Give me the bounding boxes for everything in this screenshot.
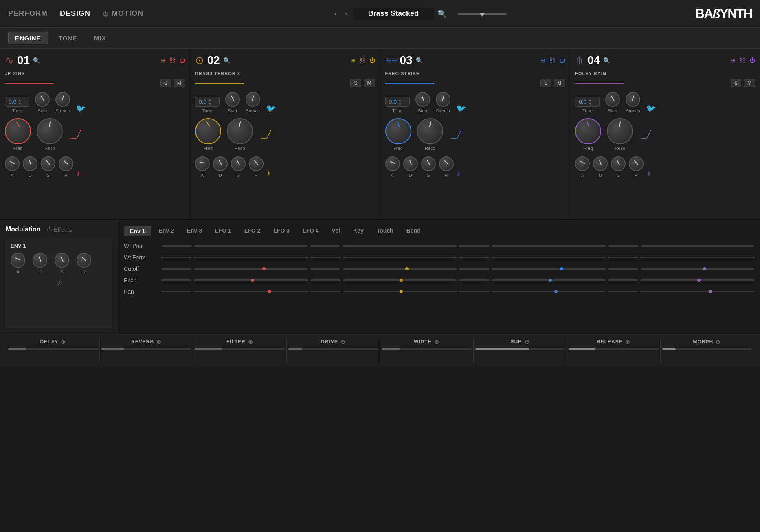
panel-01-snapshot-icon[interactable]: ⊞: [160, 57, 165, 64]
mod-seg-wtpos-6[interactable]: [492, 245, 605, 247]
panel-03-search-icon[interactable]: 🔍: [416, 57, 423, 64]
fx-filter-slider[interactable]: [195, 348, 285, 350]
mod-seg-wtpos-7[interactable]: [608, 245, 638, 247]
panel-04-bird-icon[interactable]: 🐦: [646, 103, 656, 113]
panel-01-power-icon[interactable]: ⏻: [179, 57, 185, 64]
fx-reverb-plus[interactable]: ⊕: [156, 339, 162, 345]
panel-03-bird-icon[interactable]: 🐦: [456, 103, 466, 113]
panel-04-tune-arrows[interactable]: ▲▼: [589, 98, 592, 106]
mod-seg-wtform-4[interactable]: [343, 257, 457, 258]
mod-seg-wtform-8[interactable]: [641, 257, 754, 258]
panel-04-freq-knob[interactable]: [575, 118, 601, 144]
panel-03-solo-btn[interactable]: S: [540, 79, 551, 87]
mod-tab-lfo2[interactable]: LFO 2: [239, 226, 266, 236]
panel-01-link-icon[interactable]: ⛓: [169, 57, 175, 64]
panel-03-tune-box[interactable]: 0.0 ▲▼: [385, 97, 410, 107]
mod-seg-cutoff-4[interactable]: [343, 268, 457, 270]
panel-02-tune-arrows[interactable]: ▲▼: [208, 98, 211, 106]
fx-sub-plus[interactable]: ⊕: [525, 339, 530, 345]
mod-seg-wtform-5[interactable]: [459, 257, 489, 258]
mod-seg-wtform-6[interactable]: [492, 257, 605, 258]
panel-04-solo-btn[interactable]: S: [731, 79, 741, 87]
panel-01-solo-btn[interactable]: S: [160, 79, 171, 87]
mod-seg-wtform-1[interactable]: [161, 257, 191, 258]
panel-04-search-icon[interactable]: 🔍: [603, 57, 610, 64]
mod-seg-pitch-2[interactable]: [194, 279, 308, 281]
panel-02-mute-btn[interactable]: M: [364, 79, 375, 87]
panel-03-mute-btn[interactable]: M: [554, 79, 565, 87]
panel-03-d-knob[interactable]: [403, 156, 418, 171]
mod-tab-env3[interactable]: Env 3: [181, 226, 208, 236]
panel-01-bird-icon[interactable]: 🐦: [76, 103, 86, 113]
env-r-knob[interactable]: [77, 253, 91, 268]
panel-04-link-icon[interactable]: ⛓: [740, 57, 745, 64]
panel-02-bird-icon[interactable]: 🐦: [266, 103, 276, 113]
panel-03-snapshot-icon[interactable]: ⊞: [540, 57, 545, 64]
mod-seg-wtform-7[interactable]: [608, 257, 638, 258]
panel-01-a-knob[interactable]: [5, 156, 20, 171]
fx-width-plus[interactable]: ⊕: [434, 339, 439, 345]
search-icon[interactable]: 🔍: [437, 9, 446, 18]
panel-02-a-knob[interactable]: [195, 156, 210, 171]
panel-04-d-knob[interactable]: [593, 156, 608, 171]
panel-04-start-knob[interactable]: [605, 92, 620, 107]
mod-tab-touch[interactable]: Touch: [371, 226, 399, 236]
env-s-knob[interactable]: [55, 253, 69, 268]
panel-01-tune-arrows[interactable]: ▲▼: [18, 98, 21, 106]
mod-seg-pan-8[interactable]: [641, 291, 754, 292]
mod-seg-pitch-1[interactable]: [161, 279, 191, 281]
mod-seg-pitch-4[interactable]: [343, 279, 457, 281]
mod-seg-pan-6[interactable]: [492, 291, 605, 292]
panel-04-power-icon[interactable]: ⏻: [749, 57, 755, 64]
fx-delay-slider[interactable]: [8, 348, 98, 350]
mod-seg-pan-7[interactable]: [608, 291, 638, 292]
mod-seg-cutoff-5[interactable]: [459, 268, 489, 270]
fx-reverb-slider[interactable]: [101, 348, 191, 350]
panel-02-power-icon[interactable]: ⏻: [369, 57, 375, 64]
panel-01-d-knob[interactable]: [23, 156, 37, 171]
panel-04-mute-btn[interactable]: M: [744, 79, 755, 87]
nav-prev-arrow[interactable]: ‹: [332, 9, 339, 18]
panel-04-r-knob[interactable]: [629, 156, 644, 171]
effects-label[interactable]: ⏻ Effects: [47, 226, 72, 233]
mod-seg-cutoff-6[interactable]: [492, 268, 605, 270]
mod-seg-cutoff-7[interactable]: [608, 268, 638, 270]
mod-tab-lfo1[interactable]: LFO 1: [209, 226, 237, 236]
panel-01-s-knob[interactable]: [41, 156, 55, 171]
panel-01-r-knob[interactable]: [59, 156, 73, 171]
panel-01-search-icon[interactable]: 🔍: [33, 57, 40, 64]
panel-03-r-knob[interactable]: [439, 156, 454, 171]
mod-seg-wtform-2[interactable]: [194, 257, 308, 258]
panel-01-stretch-knob[interactable]: [55, 92, 70, 107]
fx-filter-plus[interactable]: ⊕: [248, 339, 253, 345]
mod-seg-wtpos-1[interactable]: [161, 245, 191, 247]
nav-motion[interactable]: MOTION: [112, 9, 143, 18]
fx-release-slider[interactable]: [569, 348, 658, 350]
mod-tab-key[interactable]: Key: [347, 226, 369, 236]
panel-03-reso-knob[interactable]: [417, 118, 443, 144]
panel-04-s-knob[interactable]: [611, 156, 626, 171]
mod-seg-cutoff-2[interactable]: [194, 268, 308, 270]
mod-seg-pan-5[interactable]: [459, 291, 489, 292]
panel-02-stretch-knob[interactable]: [246, 92, 260, 107]
panel-03-power-icon[interactable]: ⏻: [559, 57, 565, 64]
mod-tab-lfo4[interactable]: LFO 4: [297, 226, 325, 236]
nav-next-arrow[interactable]: ›: [343, 9, 349, 18]
panel-03-link-icon[interactable]: ⛓: [549, 57, 555, 64]
panel-03-freq-knob[interactable]: [385, 118, 411, 144]
mod-seg-pitch-8[interactable]: [641, 279, 754, 281]
panel-01-mute-btn[interactable]: M: [174, 79, 185, 87]
sub-nav-tone[interactable]: TONE: [52, 32, 83, 44]
mod-seg-cutoff-3[interactable]: [310, 268, 340, 270]
mod-seg-cutoff-1[interactable]: [161, 268, 191, 270]
panel-04-tune-box[interactable]: 0.0 ▲▼: [575, 97, 600, 107]
panel-02-start-knob[interactable]: [225, 92, 240, 107]
panel-03-tune-arrows[interactable]: ▲▼: [398, 98, 402, 106]
mod-tab-env2[interactable]: Env 2: [153, 226, 179, 236]
panel-02-r-knob[interactable]: [249, 156, 264, 171]
mod-seg-wtpos-3[interactable]: [310, 245, 340, 247]
fx-release-plus[interactable]: ⊕: [625, 339, 630, 345]
fx-delay-plus[interactable]: ⊕: [61, 339, 66, 345]
panel-02-freq-knob[interactable]: [195, 118, 221, 144]
panel-04-reso-knob[interactable]: [607, 118, 633, 144]
